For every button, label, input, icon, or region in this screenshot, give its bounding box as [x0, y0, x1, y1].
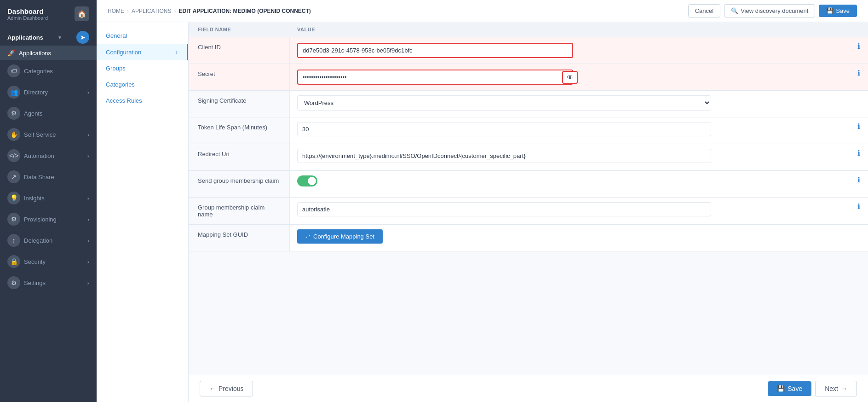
- sidebar-item-provisioning[interactable]: ⚙ Provisioning ›: [0, 209, 97, 230]
- label-redirect-uri: Redirect Uri: [189, 144, 290, 170]
- value-token-life: [290, 117, 850, 144]
- configure-mapping-set-button[interactable]: ⇌ Configure Mapping Set: [297, 229, 383, 244]
- tabs-panel: General Configuration › Groups Categorie…: [97, 22, 189, 402]
- row-client-id: Client ID ℹ: [189, 37, 868, 64]
- group-claim-name-input[interactable]: [297, 202, 711, 216]
- redirect-uri-input[interactable]: [297, 149, 711, 163]
- show-secret-button[interactable]: 👁: [562, 71, 578, 84]
- applications-arrow-icon: ▼: [57, 35, 62, 40]
- view-discovery-button[interactable]: 🔍 View discovery document: [724, 4, 815, 17]
- tab-groups[interactable]: Groups: [97, 60, 188, 76]
- sidebar-item-delegation[interactable]: ↕ Delegation ›: [0, 230, 97, 251]
- col-field-name: FIELD NAME: [189, 22, 290, 37]
- secret-input[interactable]: [297, 70, 573, 85]
- form-content: FIELD NAME VALUE Client ID ℹ: [189, 22, 868, 375]
- row-token-life: Token Life Span (Minutes) ℹ: [189, 117, 868, 144]
- toggle-slider: [297, 175, 317, 186]
- tab-general-label: General: [106, 32, 127, 39]
- value-signing-cert: WordPress: [290, 91, 850, 117]
- tab-configuration-label: Configuration: [106, 49, 141, 56]
- directory-icon: 👥: [7, 86, 20, 99]
- settings-arrow-icon: ›: [87, 280, 89, 286]
- label-secret: Secret: [189, 64, 290, 90]
- agents-label: Agents: [24, 110, 42, 117]
- sidebar-header: Dashboard Admin Dashboard 🏠: [0, 0, 97, 26]
- info-icon-client-id[interactable]: ℹ: [857, 42, 860, 50]
- token-life-input[interactable]: [297, 122, 711, 136]
- label-group-claim-name: Group membership claim name: [189, 198, 290, 224]
- row-send-group: Send group membership claim ℹ: [189, 171, 868, 198]
- eye-icon: 👁: [567, 74, 573, 81]
- info-icon-token-life[interactable]: ℹ: [857, 122, 860, 130]
- view-discovery-label: View discovery document: [741, 7, 808, 14]
- info-icon-redirect-uri[interactable]: ℹ: [857, 149, 860, 157]
- sidebar-item-data-share[interactable]: ↗ Data Share: [0, 166, 97, 187]
- cancel-button[interactable]: Cancel: [688, 4, 720, 17]
- sidebar-item-applications[interactable]: 🚀 Applications: [0, 46, 97, 60]
- sidebar-item-automation[interactable]: </> Automation ›: [0, 145, 97, 166]
- tab-access-rules-label: Access Rules: [106, 97, 142, 104]
- breadcrumb-applications[interactable]: APPLICATIONS: [132, 8, 171, 14]
- applications-icon: ➤: [76, 31, 89, 44]
- previous-button[interactable]: ← Previous: [200, 381, 253, 396]
- info-icon-secret[interactable]: ℹ: [857, 69, 860, 77]
- home-icon[interactable]: 🏠: [75, 6, 89, 21]
- info-icon-send-group[interactable]: ℹ: [857, 176, 860, 184]
- main-area: HOME › APPLICATIONS › EDIT APPLICATION: …: [97, 0, 868, 402]
- tab-general[interactable]: General: [97, 28, 188, 44]
- security-arrow-icon: ›: [87, 258, 89, 265]
- save-label-bottom: Save: [788, 385, 802, 392]
- prev-label: Previous: [218, 385, 243, 392]
- tab-categories-label: Categories: [106, 81, 135, 88]
- row-group-claim-name: Group membership claim name ℹ: [189, 198, 868, 225]
- self-service-arrow-icon: ›: [87, 131, 89, 138]
- value-redirect-uri: [290, 144, 850, 170]
- sidebar-item-security[interactable]: 🔒 Security ›: [0, 251, 97, 272]
- breadcrumb-sep1: ›: [127, 8, 129, 14]
- sidebar-item-settings[interactable]: ⚙ Settings ›: [0, 272, 97, 293]
- security-icon: 🔒: [7, 255, 20, 268]
- sidebar-item-self-service[interactable]: ✋ Self Service ›: [0, 124, 97, 145]
- categories-label: Categories: [24, 68, 53, 75]
- save-icon-bottom: 💾: [777, 385, 785, 392]
- breadcrumb-home[interactable]: HOME: [108, 8, 124, 14]
- settings-label: Settings: [24, 280, 46, 286]
- info-secret: ℹ: [850, 64, 868, 90]
- sidebar: Dashboard Admin Dashboard 🏠 Applications…: [0, 0, 97, 402]
- tab-access-rules[interactable]: Access Rules: [97, 93, 188, 109]
- send-group-toggle[interactable]: [297, 175, 317, 186]
- security-label: Security: [24, 258, 46, 265]
- self-service-icon: ✋: [7, 128, 20, 141]
- next-button[interactable]: Next →: [815, 381, 857, 396]
- value-mapping-set: ⇌ Configure Mapping Set: [290, 225, 850, 251]
- directory-label: Directory: [24, 89, 48, 96]
- rocket-icon: 🚀: [7, 49, 15, 57]
- applications-section[interactable]: Applications ▼ ➤: [0, 26, 97, 46]
- info-client-id: ℹ: [850, 37, 868, 64]
- sidebar-item-directory[interactable]: 👥 Directory ›: [0, 82, 97, 103]
- label-client-id: Client ID: [189, 37, 290, 64]
- tab-configuration[interactable]: Configuration ›: [97, 44, 188, 60]
- tab-categories[interactable]: Categories: [97, 76, 188, 93]
- signing-cert-select[interactable]: WordPress: [297, 95, 711, 111]
- sidebar-item-categories[interactable]: 🏷 Categories: [0, 60, 97, 82]
- configure-icon: ⇌: [305, 233, 310, 240]
- sidebar-item-insights[interactable]: 💡 Insights ›: [0, 187, 97, 209]
- applications-label: Applications: [7, 34, 43, 41]
- value-send-group: [290, 171, 850, 197]
- breadcrumb: HOME › APPLICATIONS › EDIT APPLICATION: …: [108, 8, 311, 14]
- provisioning-arrow-icon: ›: [87, 216, 89, 223]
- info-icon-group-claim-name[interactable]: ℹ: [857, 203, 860, 210]
- col-value: VALUE: [290, 22, 868, 37]
- applications-item-label: Applications: [19, 50, 51, 57]
- client-id-input[interactable]: [297, 43, 573, 58]
- save-button-top[interactable]: 💾 Save: [819, 5, 857, 17]
- info-token-life: ℹ: [850, 117, 868, 144]
- data-share-icon: ↗: [7, 170, 20, 183]
- configure-label: Configure Mapping Set: [313, 233, 374, 240]
- label-mapping-set: Mapping Set GUID: [189, 225, 290, 251]
- value-secret: 👁: [290, 64, 850, 90]
- sidebar-item-agents[interactable]: ⚙ Agents: [0, 103, 97, 124]
- save-button-bottom[interactable]: 💾 Save: [768, 381, 811, 396]
- delegation-icon: ↕: [7, 234, 20, 247]
